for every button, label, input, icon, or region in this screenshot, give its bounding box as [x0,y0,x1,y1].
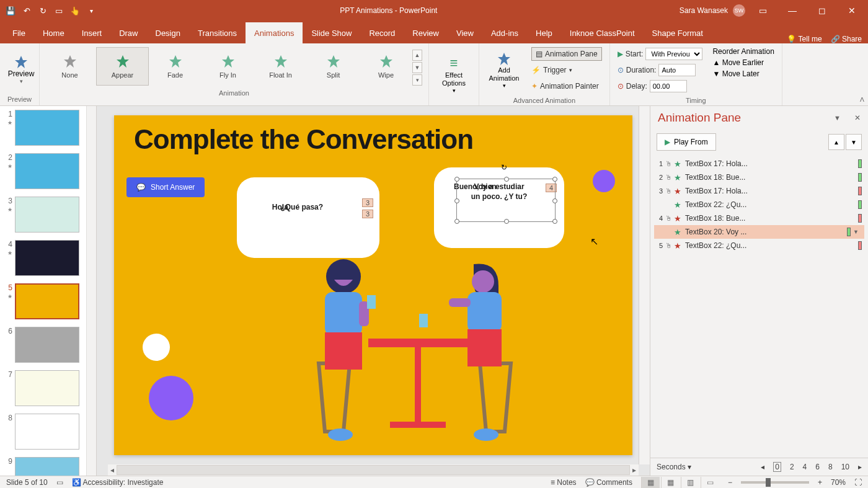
pane-close-icon[interactable]: ✕ [854,113,861,122]
vertical-scrollbar[interactable] [639,106,650,464]
tab-addins[interactable]: Add-ins [482,22,527,43]
trigger-button[interactable]: ⚡ Trigger ▾ [531,63,602,77]
zoom-in-icon[interactable]: + [818,478,822,487]
add-animation-button[interactable]: Add Animation ▾ [482,45,526,95]
zoom-out-icon[interactable]: − [728,478,732,487]
qat-more-icon[interactable]: ▾ [84,4,98,17]
duration-input[interactable] [658,64,696,76]
tab-help[interactable]: Help [527,22,561,43]
tab-shapeformat[interactable]: Shape Format [644,22,712,43]
animation-item[interactable]: 4🖱★TextBox 18: Bue... [654,211,864,225]
notes-button[interactable]: ≡ Notes [551,478,577,487]
slideshow-view-icon[interactable]: ▭ [701,477,719,488]
tab-home[interactable]: Home [34,22,73,43]
tab-record[interactable]: Record [360,22,404,43]
undo-icon[interactable]: ↶ [20,4,33,17]
preview-button[interactable]: Preview ▾ [2,45,40,94]
move-earlier-button[interactable]: ▲ Move Earlier [712,58,774,67]
animation-item[interactable]: 3🖱★TextBox 17: Hola... [654,184,864,198]
animation-item[interactable]: 2🖱★TextBox 18: Bue... [654,171,864,184]
zoom-level[interactable]: 70% [831,478,846,487]
move-later-button[interactable]: ▼ Move Later [712,69,774,78]
animation-item[interactable]: ★TextBox 22: ¿Qu... [654,198,864,211]
rotate-handle-icon[interactable]: ↻ [501,163,511,173]
touch-mode-icon[interactable]: 👆 [68,4,82,17]
thumbnail-2[interactable]: 2★ [0,149,96,193]
tab-design[interactable]: Design [147,22,189,43]
start-dropdown[interactable]: With Previous [645,48,702,60]
thumbnail-5[interactable]: 5★ [0,280,96,323]
gallery-up-icon[interactable]: ▲ [412,50,422,61]
thumbnail-scrollbar[interactable] [86,106,96,476]
slide-thumbnails[interactable]: 1★ 2★ 3★ 4★ 5★ 6 7 8 9 [0,106,97,476]
resize-handle[interactable] [552,177,557,182]
tab-animations[interactable]: Animations [246,22,303,43]
thumbnail-7[interactable]: 7 [0,366,96,410]
animation-wipe[interactable]: Wipe [360,47,412,86]
maximize-icon[interactable]: ◻ [810,1,835,20]
comments-button[interactable]: 💬 Comments [585,478,632,487]
delay-input[interactable] [650,80,687,92]
fit-to-window-icon[interactable]: ⛶ [854,478,862,487]
resize-handle[interactable] [552,219,557,224]
resize-handle[interactable] [552,198,557,203]
short-answer-button[interactable]: 💬 Short Answer [126,177,205,197]
tab-insert[interactable]: Insert [73,22,111,43]
resize-handle[interactable] [454,219,459,224]
ribbon-display-icon[interactable]: ▭ [750,1,775,20]
thumbnail-8[interactable]: 8 [0,410,96,453]
animation-none[interactable]: None [43,47,96,86]
sorter-view-icon[interactable]: ▦ [661,477,680,488]
animation-appear[interactable]: Appear [96,47,149,86]
thumbnail-4[interactable]: 4★ [0,236,96,280]
redo-icon[interactable]: ↻ [36,4,50,17]
tab-inknoe[interactable]: Inknoe ClassPoint [561,22,644,43]
start-from-beginning-icon[interactable]: ▭ [52,4,66,17]
ruler-next-icon[interactable]: ▸ [858,463,862,471]
normal-view-icon[interactable]: ▦ [641,477,660,488]
animation-item[interactable]: 1🖱★TextBox 17: Hola... [654,157,864,171]
animation-painter-button[interactable]: ✦ Animation Painter [531,79,602,93]
ruler-prev-icon[interactable]: ◂ [761,463,764,471]
resize-handle[interactable] [504,219,509,224]
tab-file[interactable]: File [4,22,34,43]
avatar[interactable]: SW [733,4,745,17]
collapse-ribbon-icon[interactable]: ᐱ [860,96,864,103]
gallery-down-icon[interactable]: ▼ [412,62,422,73]
reading-view-icon[interactable]: ▥ [681,477,699,488]
thumbnail-1[interactable]: 1★ [0,106,96,149]
share-button[interactable]: 🔗 Share [831,35,862,43]
thumbnail-9[interactable]: 9 [0,453,96,476]
tab-view[interactable]: View [448,22,482,43]
resize-handle[interactable] [454,177,459,182]
save-icon[interactable]: 💾 [4,4,17,17]
effect-options-button[interactable]: ≡ Effect Options ▾ [432,45,476,104]
animation-item[interactable]: 5🖱★TextBox 22: ¿Qu... [654,239,864,252]
speech-bubble-1[interactable]: Hola ¿Qué pasa? [237,177,379,258]
notes-indicator-icon[interactable]: ▭ [56,478,63,487]
animation-pane-button[interactable]: ▤ Animation Pane [531,47,602,61]
animation-flyin[interactable]: Fly In [202,47,254,86]
horizontal-scrollbar[interactable]: ◂ ▸ [108,464,639,476]
zoom-slider[interactable] [741,481,809,484]
tab-slideshow[interactable]: Slide Show [303,22,360,43]
tab-review[interactable]: Review [404,22,448,43]
thumbnail-3[interactable]: 3★ [0,193,96,236]
gallery-more-icon[interactable]: ▾ [412,74,422,86]
thumbnail-6[interactable]: 6 [0,323,96,366]
selection-box[interactable]: ↻ [456,179,556,222]
seconds-label[interactable]: Seconds ▾ [657,463,691,471]
tab-draw[interactable]: Draw [110,22,146,43]
move-up-button[interactable]: ▲ [828,134,844,150]
animation-item[interactable]: ★TextBox 20: Voy ...▼ [654,225,864,239]
slide-canvas[interactable]: Complete the Conversation 💬 Short Answer… [114,115,632,455]
resize-handle[interactable] [504,177,509,182]
close-icon[interactable]: ✕ [839,1,864,20]
animation-fade[interactable]: Fade [149,47,202,86]
animation-split[interactable]: Split [307,47,360,86]
move-down-button[interactable]: ▼ [846,134,862,150]
resize-handle[interactable] [454,198,459,203]
animation-floatin[interactable]: Float In [254,47,307,86]
tellme-button[interactable]: 💡 Tell me [787,35,822,43]
play-from-button[interactable]: ▶ Play From [657,133,716,151]
